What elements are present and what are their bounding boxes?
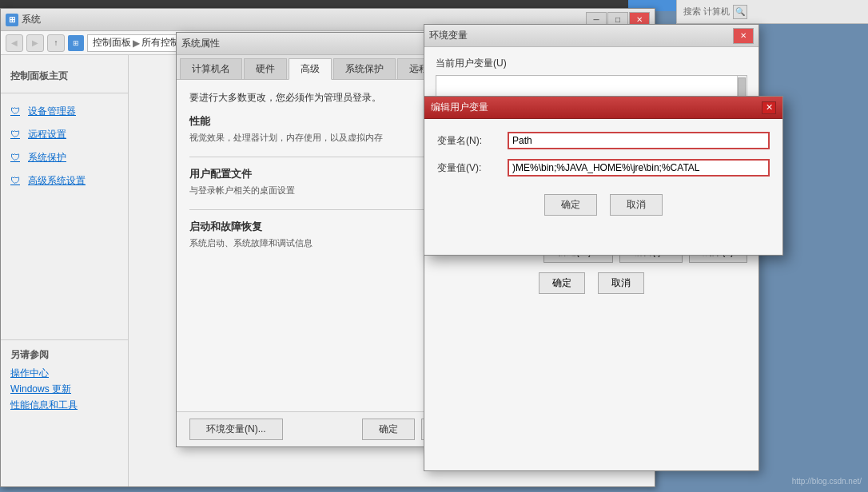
env-vars-cancel-button[interactable]: 取消 — [598, 272, 644, 294]
sidebar-item-label-advanced: 高级系统设置 — [28, 174, 86, 188]
edit-var-footer: 确定 取消 — [424, 194, 782, 225]
sys-props-title: 系统属性 — [181, 37, 220, 50]
path-part-1: 控制面板 — [93, 36, 131, 50]
var-value-row: 变量值(V): — [437, 159, 770, 177]
sidebar-header: 控制面板主页 — [1, 63, 128, 86]
edit-var-cancel-button[interactable]: 取消 — [610, 194, 663, 216]
sidebar-item-label-device: 设备管理器 — [28, 105, 76, 118]
another-ref-title: 另请参阅 — [10, 348, 119, 362]
top-search-area: 搜索 计算机 🔍 — [676, 0, 868, 24]
env-vars-close[interactable]: ✕ — [733, 28, 754, 44]
device-manager-icon: 🛡 — [10, 105, 23, 118]
sidebar-item-label-remote: 远程设置 — [28, 128, 66, 141]
sidebar-item-advanced[interactable]: 🛡 高级系统设置 — [1, 169, 128, 192]
advanced-icon: 🛡 — [10, 175, 23, 188]
ref-link-performance[interactable]: 性能信息和工具 — [10, 399, 119, 412]
sidebar-divider — [1, 93, 128, 93]
edit-var-titlebar: 编辑用户变量 ✕ — [424, 97, 782, 119]
tab-system-protection[interactable]: 系统保护 — [333, 58, 396, 79]
var-name-row: 变量名(N): — [437, 132, 770, 149]
sys-props-ok-button[interactable]: 确定 — [362, 419, 415, 440]
system-window-icon: ⊞ — [6, 14, 18, 26]
ref-link-windows-update[interactable]: Windows 更新 — [10, 383, 119, 396]
another-ref-section: 另请参阅 操作中心 Windows 更新 性能信息和工具 — [1, 339, 129, 423]
path-sep-1: ▶ — [133, 38, 140, 49]
forward-button[interactable]: ▶ — [26, 34, 44, 52]
up-button[interactable]: ↑ — [47, 34, 65, 52]
sidebar-item-protection[interactable]: 🛡 系统保护 — [1, 146, 128, 169]
location-icon: ⊞ — [68, 35, 84, 51]
env-vars-ok-button[interactable]: 确定 — [539, 272, 585, 294]
top-search-button[interactable]: 🔍 — [733, 5, 747, 19]
protection-icon: 🛡 — [10, 152, 23, 165]
tab-advanced[interactable]: 高级 — [289, 58, 332, 80]
edit-var-close-button[interactable]: ✕ — [762, 101, 776, 114]
user-vars-title: 当前用户变量(U) — [436, 57, 747, 70]
edit-var-dialog: 编辑用户变量 ✕ 变量名(N): 变量值(V): 确定 取消 — [424, 96, 783, 256]
env-vars-titlebar: 环境变量 ✕ — [424, 25, 759, 47]
remote-icon: 🛡 — [10, 129, 23, 141]
sys-props-titlebar-left: 系统属性 — [181, 37, 220, 50]
env-vars-button[interactable]: 环境变量(N)... — [189, 419, 283, 440]
tab-hardware[interactable]: 硬件 — [244, 58, 287, 79]
sidebar: 控制面板主页 🛡 设备管理器 🛡 远程设置 🛡 系统保护 🛡 高级系统设置 另请… — [1, 55, 129, 486]
edit-var-ok-button[interactable]: 确定 — [544, 194, 597, 216]
tab-computer-name[interactable]: 计算机名 — [180, 58, 242, 79]
sidebar-item-label-protection: 系统保护 — [28, 151, 66, 165]
top-search-label: 搜索 计算机 — [683, 6, 730, 18]
env-vars-title: 环境变量 — [429, 29, 468, 42]
var-value-label: 变量值(V): — [437, 161, 501, 175]
var-name-input[interactable] — [508, 132, 770, 149]
watermark: http://blog.csdn.net/ — [792, 477, 862, 486]
env-vars-footer: 确定 取消 — [436, 272, 747, 294]
sidebar-item-remote[interactable]: 🛡 远程设置 — [1, 123, 128, 146]
var-value-input[interactable] — [508, 159, 770, 177]
var-name-label: 变量名(N): — [437, 134, 501, 148]
back-button[interactable]: ◀ — [6, 34, 23, 52]
ref-link-action-center[interactable]: 操作中心 — [10, 367, 119, 380]
edit-var-content: 变量名(N): 变量值(V): — [424, 119, 782, 194]
sidebar-item-device-manager[interactable]: 🛡 设备管理器 — [1, 100, 128, 123]
titlebar-left: ⊞ 系统 — [6, 13, 41, 26]
edit-var-title: 编辑用户变量 — [431, 101, 488, 114]
env-vars-controls: ✕ — [733, 28, 754, 44]
system-window-title: 系统 — [22, 13, 41, 26]
